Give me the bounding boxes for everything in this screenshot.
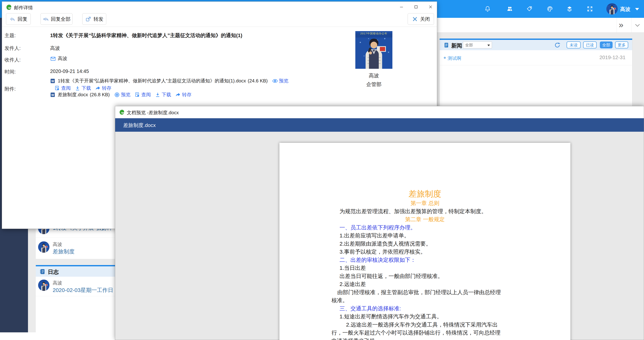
forward-button[interactable]: 转发 — [82, 13, 106, 25]
news-panel-title: 新闻 — [451, 42, 462, 50]
svg-text:W: W — [51, 93, 54, 96]
fullscreen-expand-icon[interactable] — [586, 6, 593, 12]
preview-label: 预览 — [121, 91, 130, 98]
doc-line: 由部门经理核准，报主管副总审批，部门经理以上人员一律由总经理 — [337, 288, 549, 296]
divider — [631, 18, 632, 32]
doc-header-bar: 差旅制度.docx — [115, 118, 644, 132]
attachment-preview-link[interactable]: 预览 — [272, 78, 288, 84]
unread-dot-icon — [444, 57, 446, 59]
time-label: 时间: — [4, 69, 16, 75]
news-item-date: 2019-12-31 — [600, 55, 626, 60]
news-more-button[interactable]: 更多 — [615, 42, 628, 48]
attachment-view-link[interactable]: 查阅 — [134, 91, 151, 98]
attachments-label: 附件: — [4, 86, 16, 92]
user-avatar[interactable] — [606, 3, 618, 15]
doc-line: 1.当日出差 — [340, 264, 549, 272]
forward-arrow-icon — [175, 92, 181, 98]
svg-text:W: W — [51, 80, 54, 83]
theme-palette-icon[interactable] — [547, 6, 553, 12]
modules-layers-icon[interactable] — [566, 6, 573, 12]
mail-list-item-sender: 高波 — [53, 241, 62, 248]
news-read-button[interactable]: 已读 — [583, 42, 596, 48]
mail-list-item-title[interactable]: 差旅制度 — [53, 248, 74, 255]
collapse-panel-icon[interactable]: » — [619, 20, 624, 30]
close-window-button[interactable] — [424, 2, 437, 12]
attachment-size: (24.6 KB) — [248, 78, 268, 84]
doc-view-icon — [54, 85, 60, 91]
view-label: 查阅 — [141, 91, 151, 98]
word-file-icon: W — [50, 78, 56, 84]
forward-arrow-icon — [95, 85, 101, 91]
forward-label: 转发 — [94, 16, 103, 22]
attachment-view-link[interactable]: 查阅 — [54, 85, 71, 91]
news-document-icon — [443, 42, 450, 48]
to-value-row: 高波 — [50, 55, 67, 62]
attachment-name[interactable]: 差旅制度.docx — [58, 91, 88, 98]
doc-preview-window: 文档预览 -差旅制度.docx 差旅制度.docx 差旅制度 第一章 总则为规范… — [115, 106, 644, 340]
attachment-name[interactable]: 1转发《关于开展“弘扬科学家精神、做新时代追梦人”主题征文活动的通知》的通知(1… — [58, 78, 246, 84]
news-filter-value: 全部 — [465, 43, 473, 47]
close-mail-button[interactable]: 关闭 — [408, 13, 434, 25]
preview-label: 预览 — [279, 78, 288, 84]
doc-line: 申请选择乘坐飞机。 — [332, 337, 549, 340]
sender-photo: 2017中国移动办公年 — [355, 31, 392, 69]
select-caret-icon — [488, 45, 490, 46]
download-label: 下载 — [82, 85, 91, 91]
doc-page-lines: 第一章 总则为规范出差管理流程、加强出差预算的管理，特制定本制度。第二章 一般规… — [332, 199, 549, 340]
attachment-size: (26.8 KB) — [90, 92, 110, 97]
contacts-people-icon[interactable] — [506, 6, 513, 12]
attachment-saveas-link[interactable]: 转存 — [175, 91, 192, 98]
word-file-icon: W — [50, 92, 56, 98]
to-value[interactable]: 高波 — [58, 55, 67, 62]
news-all-button[interactable]: 全部 — [600, 42, 612, 48]
eye-icon — [114, 92, 120, 98]
from-label: 发件人: — [4, 45, 21, 52]
notifications-bell-icon[interactable] — [484, 6, 491, 12]
attachment-row: W 差旅制度.docx (26.8 KB) 预览 查阅 下载 — [50, 91, 192, 98]
doc-line: 二、出差的审核决定权限如下： — [340, 256, 549, 264]
news-filter-select[interactable]: 全部 — [463, 42, 492, 48]
news-list-item[interactable]: 测试啊 2019-12-31 — [440, 50, 632, 65]
attachment-row: W 1转发《关于开展“弘扬科学家精神、做新时代追梦人”主题征文活动的通知》的通知… — [50, 78, 288, 84]
doc-line: 一、员工出差依下列程序办理。 — [340, 224, 549, 232]
reply-button[interactable]: 回复 — [6, 13, 31, 25]
doc-line: 1.短途出差可酌情选择汽车作为交通工具。 — [340, 312, 549, 321]
divider — [616, 18, 617, 32]
doc-line: 第二章 一般规定 — [301, 215, 549, 224]
mail-window-title: 邮件详情 — [14, 5, 33, 11]
from-value: 高波 — [50, 45, 60, 52]
subject-label: 主题: — [4, 32, 16, 39]
minimize-button[interactable] — [395, 2, 408, 12]
subject-value: 1转发《关于开展“弘扬科学家精神、做新时代追梦人”主题征文活动的通知》的通知(1… — [50, 32, 242, 39]
download-icon — [75, 85, 80, 91]
avatar — [38, 280, 50, 291]
refresh-icon[interactable] — [554, 42, 560, 48]
attachment-saveas-link[interactable]: 转存 — [95, 85, 111, 91]
doc-window-title: 文档预览 -差旅制度.docx — [127, 109, 179, 116]
log-notebook-icon — [39, 268, 46, 275]
doc-line: 2.出差期限由派遣负责人视情况需要。 — [340, 240, 549, 248]
log-item-title[interactable]: 2020-02-03星期一工作日 — [53, 286, 113, 294]
avatar — [38, 241, 50, 253]
attachment-download-link[interactable]: 下载 — [75, 85, 91, 91]
maximize-button[interactable] — [410, 2, 422, 12]
reply-all-label: 回复全部 — [51, 16, 70, 22]
reply-all-button[interactable]: 回复全部 — [40, 13, 72, 25]
news-item-title[interactable]: 测试啊 — [448, 55, 461, 61]
chevron-down-icon[interactable] — [634, 22, 640, 28]
attachment-preview-link[interactable]: 预览 — [114, 91, 130, 98]
user-menu-caret-icon[interactable] — [635, 8, 639, 10]
news-unread-button[interactable]: 未读 — [566, 42, 580, 48]
doc-line: 1.出差前应填写出差申请单。 — [340, 232, 549, 240]
attachment-download-link[interactable]: 下载 — [155, 91, 171, 98]
doc-title: 差旅制度 — [301, 189, 549, 199]
tag-icon[interactable] — [526, 6, 533, 12]
user-name[interactable]: 高波 — [620, 6, 630, 13]
app-logo-icon — [6, 4, 12, 10]
saveas-label: 转存 — [102, 85, 111, 91]
doc-line: 2.远途出差 — [340, 280, 549, 288]
close-mail-label: 关闭 — [420, 16, 430, 22]
sender-name: 高波 — [355, 72, 392, 79]
to-label: 收件人: — [4, 57, 21, 63]
sender-department: 企管部 — [355, 81, 392, 88]
